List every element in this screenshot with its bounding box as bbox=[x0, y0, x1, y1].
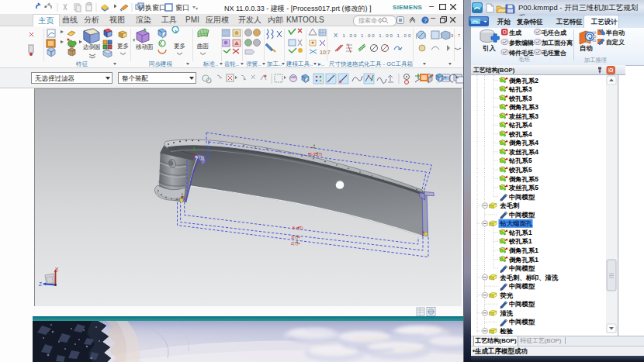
svg-text:中间模型: 中间模型 bbox=[509, 282, 535, 290]
svg-text:钻孔系3: 钻孔系3 bbox=[508, 85, 532, 93]
svg-text:铰孔系1: 铰孔系1 bbox=[508, 237, 532, 245]
svg-text:中间模型: 中间模型 bbox=[509, 300, 535, 308]
svg-text:10:7: 10:7 bbox=[320, 50, 331, 55]
svg-text:倒角孔系3: 倒角孔系3 bbox=[508, 103, 538, 111]
svg-text:倒角孔系5: 倒角孔系5 bbox=[508, 175, 538, 183]
svg-text:倒角孔系1: 倒角孔系1 bbox=[508, 247, 538, 254]
svg-text:去毛刺、标印、清洗: 去毛刺、标印、清洗 bbox=[500, 274, 559, 281]
svg-text:更多: 更多 bbox=[117, 43, 129, 50]
svg-text:倒角孔系4: 倒角孔系4 bbox=[508, 139, 538, 147]
svg-text:清洗: 清洗 bbox=[500, 309, 514, 317]
svg-text:曲面: 曲面 bbox=[197, 43, 209, 50]
svg-text:铰孔系4: 铰孔系4 bbox=[508, 130, 532, 138]
svg-text:检验: 检验 bbox=[500, 327, 514, 335]
svg-text:攻丝孔系3: 攻丝孔系3 bbox=[508, 112, 538, 120]
svg-text:倒角孔系2: 倒角孔系2 bbox=[508, 77, 538, 84]
svg-text:中间模型: 中间模型 bbox=[509, 211, 535, 219]
svg-text:铰孔系3: 铰孔系3 bbox=[508, 95, 532, 102]
svg-text:倒角孔系1: 倒角孔系1 bbox=[508, 256, 538, 264]
svg-text:铰孔系5: 铰孔系5 bbox=[508, 166, 532, 174]
svg-text:2(7)=: 2(7)= bbox=[291, 241, 300, 246]
svg-text:8-=(7): 8-=(7) bbox=[293, 226, 303, 230]
svg-text:钻孔系4: 钻孔系4 bbox=[508, 121, 532, 129]
svg-text:移动面: 移动面 bbox=[136, 43, 154, 50]
svg-text:X: X bbox=[55, 267, 59, 272]
svg-text:边倒圆: 边倒圆 bbox=[83, 43, 101, 50]
svg-text:Z: Z bbox=[39, 281, 42, 287]
svg-text:3(7)=: 3(7)= bbox=[291, 235, 300, 240]
svg-text:去毛刺: 去毛刺 bbox=[500, 202, 521, 209]
svg-text:?: ? bbox=[424, 17, 427, 24]
svg-text:攻丝孔系4: 攻丝孔系4 bbox=[508, 148, 538, 156]
svg-text:更多: 更多 bbox=[174, 43, 185, 50]
svg-text:6-35(7): 6-35(7) bbox=[310, 152, 322, 157]
svg-text:中间模型: 中间模型 bbox=[509, 264, 535, 272]
svg-text:中间模型: 中间模型 bbox=[509, 193, 535, 201]
svg-text:中间模型: 中间模型 bbox=[509, 318, 535, 326]
svg-text:钻孔系5: 钻孔系5 bbox=[508, 157, 532, 164]
svg-text:攻丝孔系5: 攻丝孔系5 bbox=[508, 184, 538, 191]
svg-text:荧光: 荧光 bbox=[500, 291, 514, 299]
svg-text:钻大端面孔: 钻大端面孔 bbox=[500, 219, 533, 227]
svg-text:钻孔系1: 钻孔系1 bbox=[508, 229, 532, 236]
